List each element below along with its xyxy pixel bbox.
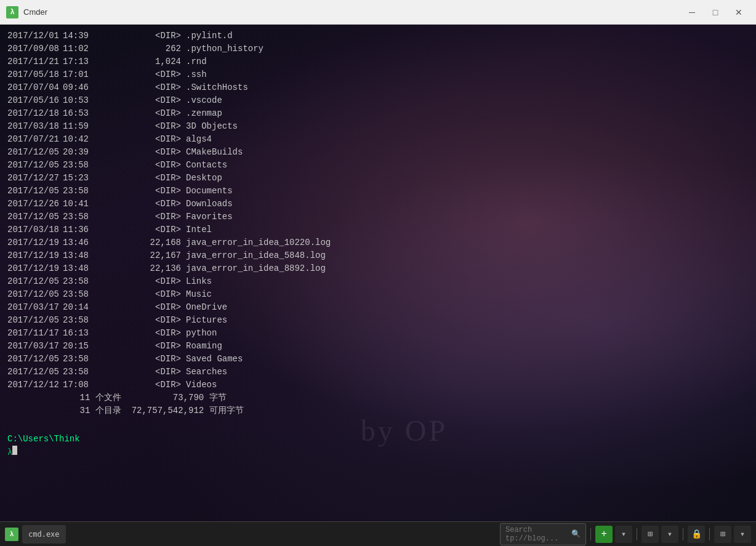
separator2 [637,528,637,540]
file-date: 2017/07/21 [7,133,63,146]
table-row: 2017/12/05 23:58 <DIR> Pictures [7,314,749,327]
table-row: 2017/03/17 20:14 <DIR> OneDrive [7,301,749,314]
terminal-content[interactable]: 2017/12/01 14:39 <DIR> .pylint.d2017/09/… [0,25,756,464]
file-name: Contacts [186,159,227,172]
file-name: Documents [186,185,233,198]
taskbar-tab[interactable]: cmd.exe [22,525,66,544]
file-time: 23:58 [63,353,94,366]
file-date: 2017/12/05 [7,314,63,327]
file-time: 11:02 [63,42,94,55]
table-row: 2017/12/05 23:58 <DIR> Favorites [7,211,749,223]
file-size: <DIR> [94,198,186,211]
file-time: 13:46 [63,236,94,249]
lock-icon: 🔒 [691,529,702,539]
file-name: .pylint.d [186,30,233,42]
file-size: 22,167 [94,249,186,262]
file-name: java_error_in_idea_5848.log [186,249,326,262]
search-box[interactable]: Search tp://blog... 🔍 [500,523,586,545]
file-date: 2017/12/05 [7,288,63,301]
file-date: 2017/09/08 [7,42,63,55]
chevron-down-icon2: ▾ [667,529,672,539]
separator3 [683,528,683,540]
close-button[interactable]: ✕ [728,3,750,22]
table-row: 2017/05/18 17:01 <DIR> .ssh [7,68,749,81]
table-row: 2017/12/27 15:23 <DIR> Desktop [7,172,749,185]
search-icon: 🔍 [571,529,581,539]
file-time: 16:13 [63,327,94,340]
add-tab-button[interactable]: + [595,526,613,543]
table-row: 2017/12/01 14:39 <DIR> .pylint.d [7,30,749,42]
app-icon: λ [6,6,18,18]
file-name: python [186,327,217,340]
table-row: 2017/12/19 13:46 22,168 java_error_in_id… [7,236,749,249]
file-time: 23:58 [63,314,94,327]
file-date: 2017/05/16 [7,94,63,107]
file-date: 2017/12/18 [7,107,63,120]
file-time: 10:42 [63,133,94,146]
window-controls: ─ □ ✕ [681,3,750,22]
file-time: 23:58 [63,288,94,301]
settings-dropdown[interactable]: ▾ [734,526,751,543]
file-date: 2017/12/27 [7,172,63,185]
file-time: 14:39 [63,30,94,42]
file-date: 2017/11/21 [7,55,63,68]
file-date: 2017/11/17 [7,327,63,340]
file-time: 10:41 [63,198,94,211]
file-time: 20:15 [63,340,94,353]
prompt-symbol[interactable]: λ [7,446,749,459]
file-date: 2017/12/05 [7,146,63,159]
table-row: 2017/12/12 17:08 <DIR> Videos [7,379,749,391]
table-row: 2017/03/18 11:59 <DIR> 3D Objects [7,120,749,133]
minimize-button[interactable]: ─ [681,3,703,22]
file-date: 2017/12/19 [7,249,63,262]
dropdown-button[interactable]: ▾ [615,526,632,543]
file-name: OneDrive [186,301,227,314]
file-size: 1,024 [94,55,186,68]
table-row: 2017/05/16 10:53 <DIR> .vscode [7,94,749,107]
file-name: Favorites [186,211,233,223]
file-size: <DIR> [94,68,186,81]
prompt-line[interactable]: C:\Users\Think [7,433,749,446]
file-name: .vscode [186,94,222,107]
file-date: 2017/12/19 [7,262,63,275]
file-time: 20:39 [63,146,94,159]
summary-dirs: 31 个目录 72,757,542,912 可用字节 [7,404,749,417]
file-date: 2017/03/17 [7,301,63,314]
file-size: 262 [94,42,186,55]
split-view-dropdown[interactable]: ▾ [661,526,678,543]
file-time: 23:58 [63,211,94,223]
file-size: <DIR> [94,94,186,107]
lock-button[interactable]: 🔒 [688,526,705,543]
settings-button[interactable]: ⊞ [714,526,731,543]
table-row: 2017/12/05 23:58 <DIR> Contacts [7,159,749,172]
file-name: Roaming [186,340,222,353]
file-time: 17:01 [63,68,94,81]
separator4 [709,528,710,540]
file-date: 2017/12/05 [7,353,63,366]
file-date: 2017/12/26 [7,198,63,211]
file-date: 2017/12/01 [7,30,63,42]
table-row: 2017/11/21 17:13 1,024 .rnd [7,55,749,68]
file-size: <DIR> [94,81,186,94]
table-row: 2017/12/19 13:48 22,167 java_error_in_id… [7,249,749,262]
taskbar: λ cmd.exe Search tp://blog... 🔍 + ▾ ⊞ ▾ … [0,521,756,546]
file-name: .zenmap [186,107,222,120]
split-icon: ⊞ [648,529,653,539]
split-view-button[interactable]: ⊞ [641,526,659,543]
maximize-button[interactable]: □ [704,3,726,22]
file-date: 2017/07/04 [7,81,63,94]
file-name: 3D Objects [186,120,238,133]
file-size: <DIR> [94,211,186,223]
table-row: 2017/12/18 16:53 <DIR> .zenmap [7,107,749,120]
file-size: <DIR> [94,159,186,172]
file-size: <DIR> [94,353,186,366]
file-date: 2017/12/05 [7,275,63,288]
file-time: 17:13 [63,55,94,68]
file-date: 2017/03/18 [7,120,63,133]
file-size: <DIR> [94,223,186,236]
cursor [12,446,17,455]
table-row: 2017/03/17 20:15 <DIR> Roaming [7,340,749,353]
file-size: <DIR> [94,301,186,314]
file-size: <DIR> [94,314,186,327]
table-row: 2017/12/05 23:58 <DIR> Saved Games [7,353,749,366]
